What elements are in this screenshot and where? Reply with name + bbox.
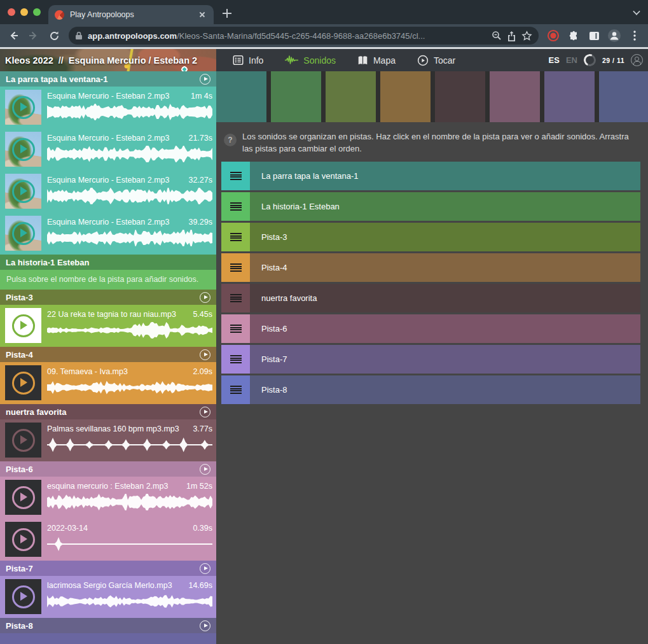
track-header[interactable]: La parra tapa la ventana-1: [0, 71, 216, 87]
clip-play-button[interactable]: [12, 222, 35, 245]
track-name[interactable]: Pista-3: [6, 293, 200, 302]
track-row-label[interactable]: Pista-6: [250, 314, 640, 343]
extensions-puzzle-icon[interactable]: [564, 26, 583, 45]
breadcrumb-project[interactable]: Kleos 2022: [5, 55, 53, 66]
clip-thumbnail[interactable]: [5, 132, 41, 167]
reload-button[interactable]: [45, 26, 64, 45]
fullscreen-window-button[interactable]: [33, 8, 41, 16]
color-pad-7[interactable]: [544, 71, 595, 122]
track-row-label[interactable]: Pista-3: [250, 223, 640, 251]
color-pad-8[interactable]: [599, 71, 648, 122]
language-toggle-en[interactable]: EN: [566, 55, 577, 65]
bookmark-star-icon[interactable]: [521, 31, 532, 41]
audio-clip[interactable]: 2022-03-140.39s: [0, 519, 216, 561]
color-pad-6[interactable]: [490, 71, 540, 122]
language-toggle-es[interactable]: ES: [549, 55, 560, 65]
color-pad-3[interactable]: [326, 71, 376, 122]
clip-play-button[interactable]: [12, 138, 35, 161]
track-play-button[interactable]: [200, 292, 210, 303]
track-play-button[interactable]: [200, 563, 210, 574]
track-name[interactable]: Pista-8: [6, 621, 200, 631]
track-row[interactable]: Pista-7: [221, 345, 640, 374]
track-header[interactable]: Pista-4: [0, 347, 216, 362]
track-play-button[interactable]: [200, 620, 210, 631]
track-name[interactable]: Pista-7: [6, 564, 200, 573]
audio-clip[interactable]: lacrimosa Sergio García Merlo.mp314.69s: [0, 576, 216, 618]
track-header[interactable]: Pista-6: [0, 461, 216, 477]
nav-item-tocar[interactable]: Tocar: [408, 49, 464, 71]
drag-handle[interactable]: [221, 192, 250, 221]
drag-handle[interactable]: [221, 345, 250, 374]
track-row[interactable]: Pista-4: [221, 253, 640, 282]
clip-thumbnail[interactable]: [5, 90, 41, 125]
browser-menu-icon[interactable]: [625, 26, 644, 45]
audio-clip[interactable]: 22 Ua reka te tagnia to rau niau.mp35.45…: [0, 305, 216, 347]
tab-search-chevron-icon[interactable]: [633, 8, 642, 14]
drag-handle[interactable]: [221, 253, 250, 282]
audio-clip[interactable]: 09. Temaeva - Iva.mp32.09s: [0, 362, 216, 404]
clip-play-button[interactable]: [12, 180, 35, 203]
audio-clip[interactable]: Esquina Mercurio - Esteban 2.mp339.29s: [0, 213, 216, 255]
drag-handle[interactable]: [221, 314, 250, 343]
track-play-button[interactable]: [200, 74, 210, 85]
drag-handle[interactable]: [221, 223, 250, 251]
share-icon[interactable]: [507, 31, 516, 41]
clip-play-button[interactable]: [12, 314, 35, 337]
color-pad-2[interactable]: [271, 71, 321, 122]
track-header[interactable]: Pista-3: [0, 290, 216, 305]
clip-thumbnail[interactable]: [5, 174, 41, 209]
audio-clip[interactable]: Palmas sevillanas 160 bpm mp3.mp33.77s: [0, 419, 216, 461]
audio-clip[interactable]: Esquina Mercurio - Esteban 2.mp321.73s: [0, 129, 216, 171]
track-row-label[interactable]: Pista-7: [250, 345, 640, 374]
minimize-window-button[interactable]: [20, 8, 28, 16]
track-header[interactable]: La historia-1 Esteban: [0, 255, 216, 270]
audio-clip[interactable]: Esquina Mercurio - Esteban 2.mp31m 4s: [0, 87, 216, 129]
clip-thumbnail[interactable]: [5, 216, 41, 251]
zoom-icon[interactable]: [492, 31, 502, 41]
clip-thumbnail[interactable]: [5, 423, 41, 458]
track-row[interactable]: La historia-1 Esteban: [221, 192, 640, 221]
track-row-label[interactable]: nuertra favorita: [250, 284, 640, 312]
track-header[interactable]: Pista-8: [0, 618, 216, 633]
browser-tab[interactable]: Play Antropoloops: [48, 5, 214, 24]
audio-clip[interactable]: esquina mercurio : Esteban 2.mp31m 52s: [0, 477, 216, 519]
nav-item-sonidos[interactable]: Sonidos: [276, 49, 345, 71]
drag-handle[interactable]: [221, 375, 250, 404]
track-row[interactable]: nuertra favorita: [221, 284, 640, 312]
breadcrumb[interactable]: Kleos 2022 // Esquina Mercurio / Esteban…: [5, 49, 197, 71]
track-row-label[interactable]: Pista-8: [250, 375, 640, 404]
profile-avatar[interactable]: [605, 26, 624, 45]
back-button[interactable]: [4, 26, 23, 45]
track-row[interactable]: Pista-8: [221, 375, 640, 404]
clip-play-button[interactable]: [12, 372, 35, 395]
clip-thumbnail[interactable]: [5, 308, 41, 343]
record-indicator-icon[interactable]: [544, 26, 563, 45]
lock-icon[interactable]: [75, 31, 83, 40]
drag-handle[interactable]: [221, 284, 250, 312]
track-name[interactable]: Pista-4: [6, 350, 200, 360]
clip-play-button[interactable]: [12, 528, 35, 551]
new-tab-button[interactable]: [219, 5, 235, 22]
audio-clip[interactable]: Esquina Mercurio - Esteban 2.mp332.27s: [0, 171, 216, 213]
track-header[interactable]: nuertra favorita: [0, 404, 216, 419]
clip-thumbnail[interactable]: [5, 480, 41, 515]
nav-item-info[interactable]: Info: [224, 49, 272, 71]
track-header[interactable]: Pista-7: [0, 561, 216, 576]
track-row[interactable]: La parra tapa la ventana-1: [221, 162, 640, 190]
clip-play-button[interactable]: [12, 585, 35, 608]
track-name[interactable]: La parra tapa la ventana-1: [6, 74, 200, 84]
track-row-label[interactable]: Pista-4: [250, 253, 640, 282]
side-panel-icon[interactable]: [584, 26, 603, 45]
track-play-button[interactable]: [200, 407, 210, 417]
track-row-label[interactable]: La parra tapa la ventana-1: [250, 162, 640, 190]
color-pad-4[interactable]: [380, 71, 431, 122]
tab-close-icon[interactable]: [197, 10, 207, 20]
track-name[interactable]: La historia-1 Esteban: [6, 258, 210, 267]
close-window-button[interactable]: [8, 8, 15, 16]
clip-thumbnail[interactable]: [5, 522, 41, 557]
address-bar[interactable]: app.antropoloops.com/Kleos-Santa-Marina/…: [69, 27, 539, 45]
forward-button[interactable]: [24, 26, 43, 45]
clip-thumbnail[interactable]: [5, 365, 41, 400]
track-row-label[interactable]: La historia-1 Esteban: [250, 192, 640, 221]
color-pad-5[interactable]: [435, 71, 485, 122]
